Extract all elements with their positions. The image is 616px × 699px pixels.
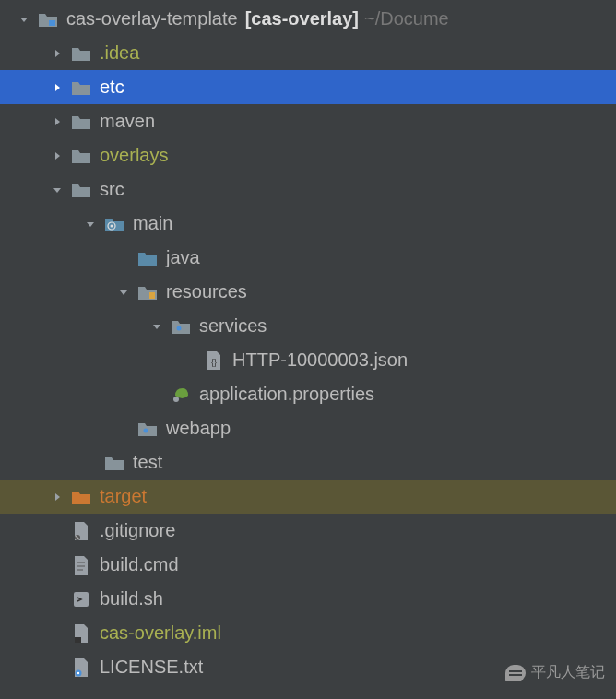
watermark: 平凡人笔记 [505, 663, 605, 682]
tree-label: cas-overlay.iml [100, 622, 221, 644]
folder-dot-icon [170, 315, 192, 338]
folder-icon [70, 42, 92, 65]
tree-label: application.properties [199, 384, 374, 405]
tree-label: HTTP-10000003.json [232, 350, 408, 371]
tree-label: overlays [100, 145, 168, 166]
tree-row-etc[interactable]: etc [0, 70, 616, 104]
folder-dot-icon [136, 418, 159, 440]
path-suffix: ~/Docume [364, 8, 449, 30]
folder-icon [70, 179, 92, 201]
tree-label: webapp [166, 418, 231, 439]
tree-row-build-cmd[interactable]: build.cmd [0, 548, 616, 582]
tree-label: cas-overlay-template [66, 8, 238, 30]
arrow-spacer [116, 421, 131, 436]
svg-point-2 [111, 224, 113, 227]
tree-row-root[interactable]: cas-overlay-template[cas-overlay]~/Docum… [0, 2, 616, 36]
tree-row-java[interactable]: java [0, 241, 616, 275]
tree-row-cas-iml[interactable]: cas-overlay.iml [0, 616, 616, 650]
file-gear-icon [70, 657, 92, 679]
arrow-spacer [50, 558, 65, 573]
folder-icon [103, 452, 125, 474]
tree-label: .gitignore [100, 520, 175, 541]
folder-icon [70, 111, 92, 133]
arrow-spacer [50, 626, 65, 641]
tree-label: resources [166, 281, 247, 302]
arrow-spacer [50, 592, 65, 607]
tree-row-idea[interactable]: .idea [0, 36, 616, 70]
tree-label: src [100, 179, 124, 200]
project-tree: cas-overlay-template[cas-overlay]~/Docum… [0, 0, 616, 684]
tree-label: services [199, 315, 267, 337]
tree-row-resources[interactable]: resources [0, 275, 616, 309]
folder-icon [70, 77, 92, 99]
chat-icon [505, 665, 526, 681]
svg-rect-3 [149, 292, 155, 299]
tree-row-build-sh[interactable]: build.sh [0, 582, 616, 616]
tree-row-overlays[interactable]: overlays [0, 138, 616, 172]
folder-resources-icon [136, 281, 159, 303]
chevron-right-icon[interactable] [50, 148, 65, 163]
arrow-spacer [50, 660, 65, 675]
svg-point-7 [144, 428, 148, 432]
file-json-icon: {} [203, 350, 225, 372]
module-context: [cas-overlay] [245, 8, 359, 30]
tree-row-app-props[interactable]: application.properties [0, 377, 616, 411]
tree-row-services[interactable]: services [0, 309, 616, 343]
tree-label: test [133, 452, 162, 473]
chevron-down-icon[interactable] [83, 217, 98, 231]
tree-label: main [133, 213, 172, 234]
chevron-down-icon[interactable] [50, 183, 65, 197]
file-sh-icon [70, 588, 92, 610]
tree-label: .idea [100, 42, 139, 64]
arrow-spacer [50, 524, 65, 539]
svg-point-4 [177, 326, 182, 330]
tree-label: target [100, 486, 147, 507]
folder-gear-icon [103, 213, 125, 235]
tree-label: build.cmd [100, 554, 179, 575]
tree-row-gitignore[interactable]: .gitignore [0, 514, 616, 548]
svg-rect-0 [49, 20, 55, 26]
file-leaf-icon [170, 384, 192, 406]
tree-row-target[interactable]: target [0, 480, 616, 514]
file-iml-icon [70, 622, 92, 645]
tree-row-main[interactable]: main [0, 207, 616, 241]
tree-label: java [166, 247, 200, 268]
svg-rect-14 [75, 637, 81, 643]
arrow-spacer [183, 353, 197, 368]
folder-source-icon [136, 247, 159, 269]
svg-text:{}: {} [211, 358, 217, 367]
chevron-right-icon[interactable] [50, 80, 65, 95]
arrow-spacer [83, 456, 98, 470]
folder-icon [70, 145, 92, 167]
folder-orange-icon [70, 486, 92, 508]
svg-point-6 [173, 397, 179, 402]
tree-row-http-json[interactable]: {}HTTP-10000003.json [0, 343, 616, 377]
chevron-right-icon[interactable] [50, 114, 65, 129]
chevron-right-icon[interactable] [50, 46, 65, 61]
arrow-spacer [116, 251, 131, 266]
chevron-right-icon[interactable] [50, 490, 65, 504]
watermark-text: 平凡人笔记 [531, 663, 605, 682]
tree-label: LICENSE.txt [100, 657, 203, 678]
tree-row-test[interactable]: test [0, 445, 616, 480]
folder-module-icon [37, 8, 59, 30]
tree-row-webapp[interactable]: webapp [0, 411, 616, 445]
chevron-down-icon[interactable] [149, 319, 164, 334]
tree-label: build.sh [100, 588, 163, 610]
tree-row-src[interactable]: src [0, 172, 616, 207]
file-text-icon [70, 554, 92, 576]
tree-label: etc [100, 77, 124, 98]
chevron-down-icon[interactable] [17, 12, 31, 27]
tree-row-maven[interactable]: maven [0, 104, 616, 138]
tree-label: maven [100, 111, 155, 132]
file-git-icon [70, 520, 92, 542]
arrow-spacer [149, 387, 164, 402]
svg-point-16 [77, 671, 79, 673]
chevron-down-icon[interactable] [116, 285, 131, 300]
